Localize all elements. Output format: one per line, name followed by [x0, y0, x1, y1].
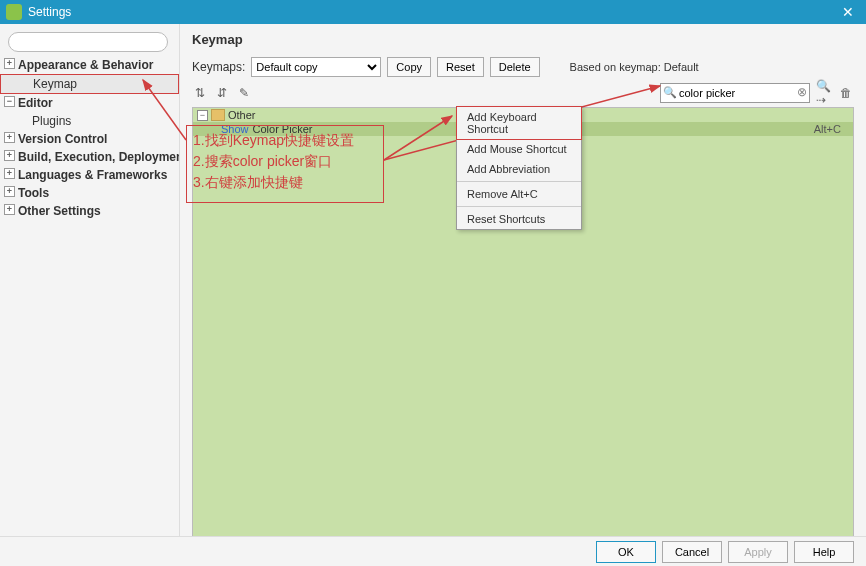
window-title: Settings	[28, 5, 836, 19]
delete-button[interactable]: Delete	[490, 57, 540, 77]
page-title: Keymap	[192, 32, 854, 47]
edit-icon[interactable]: ✎	[236, 85, 252, 101]
app-logo-icon	[6, 4, 22, 20]
close-icon[interactable]: ✕	[836, 4, 860, 20]
expand-icon[interactable]: +	[4, 186, 15, 197]
menu-remove-shortcut[interactable]: Remove Alt+C	[457, 184, 581, 204]
menu-reset-shortcuts[interactable]: Reset Shortcuts	[457, 209, 581, 229]
annotation-box: 1.找到Keymap快捷键设置 2.搜索color picker窗口 3.右键添…	[186, 125, 384, 203]
context-menu: Add Keyboard Shortcut Add Mouse Shortcut…	[456, 106, 582, 230]
menu-separator	[457, 181, 581, 182]
help-button[interactable]: Help	[794, 541, 854, 563]
expand-all-icon[interactable]: ⇅	[192, 85, 208, 101]
sidebar-item-keymap[interactable]: Keymap	[0, 74, 179, 94]
sidebar-item-appearance[interactable]: +Appearance & Behavior	[0, 56, 179, 74]
find-by-shortcut-icon[interactable]: 🔍⇢	[816, 85, 832, 101]
action-search-input[interactable]	[660, 83, 810, 103]
sidebar-item-editor[interactable]: −Editor	[0, 94, 179, 112]
sidebar-item-other[interactable]: +Other Settings	[0, 202, 179, 220]
settings-sidebar: +Appearance & Behavior Keymap −Editor Pl…	[0, 24, 180, 536]
titlebar: Settings ✕	[0, 0, 866, 24]
expand-icon[interactable]: +	[4, 150, 15, 161]
menu-add-keyboard-shortcut[interactable]: Add Keyboard Shortcut	[456, 106, 582, 140]
expand-icon[interactable]: −	[4, 96, 15, 107]
folder-icon	[211, 109, 225, 121]
expand-icon[interactable]: +	[4, 58, 15, 69]
shortcut-label: Alt+C	[814, 123, 849, 135]
ok-button[interactable]: OK	[596, 541, 656, 563]
sidebar-item-vcs[interactable]: +Version Control	[0, 130, 179, 148]
sidebar-item-build[interactable]: +Build, Execution, Deployment	[0, 148, 179, 166]
keymaps-label: Keymaps:	[192, 60, 245, 74]
reset-button[interactable]: Reset	[437, 57, 484, 77]
copy-button[interactable]: Copy	[387, 57, 431, 77]
based-on-label: Based on keymap: Default	[570, 61, 699, 73]
menu-add-mouse-shortcut[interactable]: Add Mouse Shortcut	[457, 139, 581, 159]
keymaps-select[interactable]: Default copy	[251, 57, 381, 77]
dialog-footer: OK Cancel Apply Help	[0, 536, 866, 566]
sidebar-item-plugins[interactable]: Plugins	[0, 112, 179, 130]
settings-content: Keymap Keymaps: Default copy Copy Reset …	[180, 24, 866, 536]
annotation-line-3: 3.右键添加快捷键	[193, 172, 377, 193]
cancel-button[interactable]: Cancel	[662, 541, 722, 563]
collapse-icon[interactable]: −	[197, 110, 208, 121]
menu-add-abbreviation[interactable]: Add Abbreviation	[457, 159, 581, 179]
clear-search-icon[interactable]: ⊗	[797, 85, 807, 99]
sidebar-search-input[interactable]	[8, 32, 168, 52]
menu-separator	[457, 206, 581, 207]
annotation-line-1: 1.找到Keymap快捷键设置	[193, 130, 377, 151]
expand-icon[interactable]: +	[4, 132, 15, 143]
search-icon: 🔍	[663, 86, 677, 99]
expand-icon[interactable]: +	[4, 168, 15, 179]
collapse-all-icon[interactable]: ⇵	[214, 85, 230, 101]
expand-icon[interactable]: +	[4, 204, 15, 215]
trash-icon[interactable]: 🗑	[838, 85, 854, 101]
sidebar-item-languages[interactable]: +Languages & Frameworks	[0, 166, 179, 184]
apply-button[interactable]: Apply	[728, 541, 788, 563]
annotation-line-2: 2.搜索color picker窗口	[193, 151, 377, 172]
sidebar-item-tools[interactable]: +Tools	[0, 184, 179, 202]
